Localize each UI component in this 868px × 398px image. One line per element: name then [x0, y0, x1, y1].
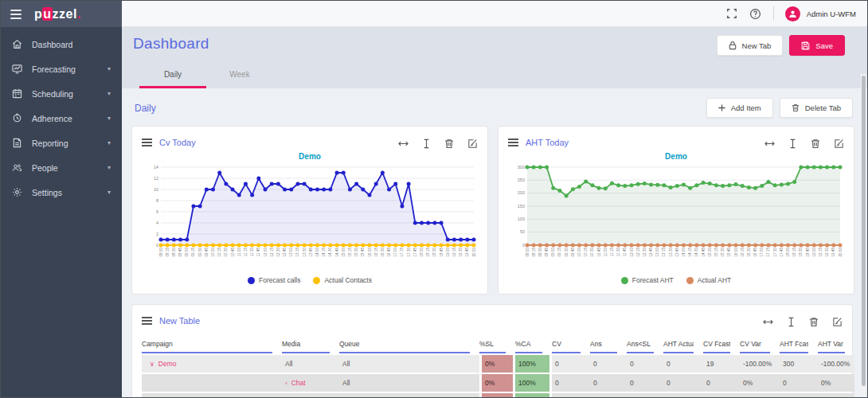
column-header[interactable]: Ans — [590, 335, 627, 353]
svg-text:11:15: 11:15 — [610, 248, 614, 257]
edit-icon[interactable] — [832, 316, 843, 326]
svg-text:13:45: 13:45 — [675, 248, 679, 257]
media-link[interactable]: ›Chat — [285, 379, 306, 387]
svg-text:11:00: 11:00 — [604, 248, 608, 257]
user-name: Admin U-WFM — [807, 10, 856, 18]
svg-text:100: 100 — [518, 217, 525, 221]
sidebar-item-scheduling[interactable]: Scheduling ▾ — [1, 81, 122, 106]
puzzel-logo: puzzel. — [34, 7, 81, 21]
svg-text:15:45: 15:45 — [361, 248, 365, 257]
chevron-down-icon: ▾ — [108, 115, 111, 122]
svg-text:08:00: 08:00 — [526, 248, 530, 257]
table-cell: 0% — [479, 393, 515, 398]
sidebar-item-people[interactable]: People ▾ — [1, 155, 122, 180]
column-header[interactable]: AHT Actual — [663, 335, 703, 353]
user-menu[interactable]: Admin U-WFM — [785, 6, 856, 21]
scrollbar-thumb[interactable] — [862, 76, 866, 386]
menu-toggle-icon[interactable] — [10, 10, 22, 19]
svg-text:250: 250 — [518, 178, 525, 182]
resize-horizontal-icon[interactable] — [763, 316, 773, 326]
help-icon[interactable] — [749, 7, 762, 20]
svg-text:14:30: 14:30 — [694, 248, 698, 257]
chart-legend: Forecast callsActual Contacts — [142, 273, 478, 287]
svg-text:17:45: 17:45 — [413, 248, 417, 257]
aht-chart: 05010015020025030008:0008:1508:3008:4509… — [508, 163, 844, 270]
table-row: ›Chat All0%100%000000%00% — [142, 374, 854, 392]
svg-text:12:00: 12:00 — [630, 248, 634, 257]
svg-text:17:45: 17:45 — [780, 248, 784, 257]
delete-icon[interactable] — [444, 138, 455, 148]
chevron-right-icon: › — [285, 380, 287, 387]
sidebar-item-forecasting[interactable]: Forecasting ▾ — [1, 57, 122, 81]
save-button[interactable]: Save — [789, 35, 845, 56]
column-header[interactable]: Ans<SL — [627, 335, 663, 353]
svg-text:13:00: 13:00 — [655, 248, 659, 257]
table-cell: 100% — [515, 355, 552, 373]
column-header[interactable]: %SL — [479, 335, 515, 353]
tab-daily[interactable]: Daily — [139, 62, 206, 88]
sidebar-item-settings[interactable]: Settings ▾ — [1, 180, 122, 205]
svg-text:15:15: 15:15 — [348, 248, 352, 257]
svg-text:14:15: 14:15 — [688, 248, 692, 257]
top-bar: puzzel. Admin U-WFM — [1, 1, 867, 27]
column-header[interactable]: %CA — [515, 335, 552, 353]
table-cell: 0 — [590, 355, 627, 373]
svg-text:20:00: 20:00 — [839, 248, 843, 257]
resize-horizontal-icon[interactable] — [764, 138, 775, 148]
main-area: Dashboard New Tab Save DailyWeek Daily — [122, 27, 867, 398]
svg-text:12:00: 12:00 — [264, 248, 268, 257]
widget-new-table: New Table CampaignMediaQueue%SL%CACVAnsA… — [131, 304, 853, 398]
page-title: Dashboard — [133, 35, 209, 53]
widget-menu-icon[interactable] — [142, 139, 152, 146]
column-header[interactable]: CV — [552, 335, 590, 353]
table-cell: 300 — [780, 355, 818, 373]
vertical-scrollbar[interactable] — [861, 74, 866, 396]
column-header[interactable]: AHT Var — [818, 335, 854, 353]
chevron-down-icon: ▾ — [108, 189, 111, 196]
resize-horizontal-icon[interactable] — [398, 138, 409, 148]
sidebar-item-dashboard[interactable]: Dashboard — [1, 32, 122, 57]
svg-text:15:00: 15:00 — [708, 248, 712, 257]
svg-text:11:30: 11:30 — [250, 248, 254, 257]
page-header: Dashboard New Tab Save DailyWeek — [122, 27, 867, 88]
edit-icon[interactable] — [834, 138, 844, 148]
svg-text:13:15: 13:15 — [295, 248, 299, 257]
delete-icon[interactable] — [811, 138, 821, 148]
resize-vertical-icon[interactable] — [421, 138, 432, 148]
fullscreen-icon[interactable] — [725, 7, 738, 20]
data-table: CampaignMediaQueue%SL%CACVAnsAns<SLAHT A… — [142, 334, 854, 398]
widget-actions — [398, 138, 478, 148]
add-item-button[interactable]: Add Item — [706, 98, 773, 118]
column-header[interactable]: CV Var — [740, 335, 780, 353]
widget-menu-icon[interactable] — [508, 139, 518, 146]
svg-text:09:30: 09:30 — [565, 248, 569, 257]
svg-text:08:00: 08:00 — [159, 248, 163, 257]
sidebar-item-adherence[interactable]: Adherence ▾ — [1, 106, 122, 131]
column-header[interactable]: Campaign — [142, 335, 282, 353]
tab-week[interactable]: Week — [206, 62, 273, 88]
table-cell: -100.00% — [818, 393, 854, 398]
svg-text:19:00: 19:00 — [446, 248, 450, 257]
chart-legend: Forecast AHTActual AHT — [508, 273, 844, 287]
new-tab-button[interactable]: New Tab — [717, 35, 784, 56]
widget-menu-icon[interactable] — [142, 317, 152, 325]
delete-tab-button[interactable]: Delete Tab — [780, 98, 853, 118]
column-header[interactable]: Media — [282, 335, 339, 353]
table-cell: -100.00% — [740, 355, 780, 373]
resize-vertical-icon[interactable] — [788, 138, 798, 148]
sidebar-item-reporting[interactable]: Reporting ▾ — [1, 131, 122, 155]
svg-text:16:45: 16:45 — [387, 248, 391, 257]
delete-icon[interactable] — [809, 316, 819, 326]
svg-text:19:45: 19:45 — [465, 248, 469, 257]
table-cell: 100% — [515, 393, 552, 398]
resize-vertical-icon[interactable] — [786, 316, 796, 326]
column-header[interactable]: Queue — [339, 335, 479, 353]
svg-text:12: 12 — [154, 176, 158, 181]
svg-text:19:30: 19:30 — [459, 248, 463, 257]
column-header[interactable]: CV Fcast — [703, 335, 740, 353]
svg-text:20:00: 20:00 — [472, 248, 476, 257]
column-header[interactable]: AHT Fcast — [780, 335, 818, 353]
edit-icon[interactable] — [467, 138, 478, 148]
campaign-link[interactable]: ∨Demo — [150, 360, 177, 368]
table-cell: 0 — [590, 393, 627, 398]
